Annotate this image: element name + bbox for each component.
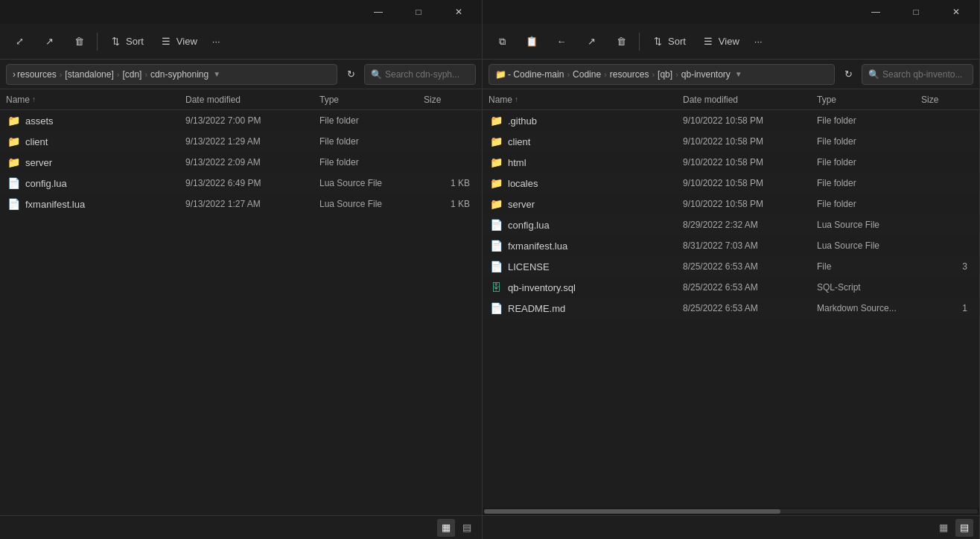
left-expand-button[interactable]: ⤢ (6, 28, 33, 55)
file-date: 9/10/2022 10:58 PM (683, 136, 817, 147)
left-more-button[interactable]: ··· (206, 28, 226, 55)
right-refresh-button[interactable]: ↻ (838, 64, 859, 85)
folder-icon: 📁 (489, 197, 503, 211)
left-address-bar: › resources › [standalone] › [cdn] › cdn… (0, 60, 482, 89)
right-share-button[interactable]: ↗ (578, 28, 605, 55)
breadcrumb-item-3[interactable]: [cdn] (122, 69, 141, 80)
left-maximize-button[interactable]: □ (401, 0, 436, 24)
view-icon-right: ☰ (701, 34, 716, 49)
breadcrumb-item-4[interactable]: cdn-syphoning (150, 69, 209, 80)
right-close-button[interactable]: ✕ (939, 0, 973, 24)
left-close-button[interactable]: ✕ (442, 0, 476, 24)
left-col-date[interactable]: Date modified (185, 95, 319, 105)
right-back-button[interactable]: ← (548, 28, 575, 55)
right-view-button[interactable]: ☰ View (695, 28, 745, 55)
left-grid-view-button[interactable]: ▦ (437, 519, 455, 537)
right-minimize-button[interactable]: — (859, 0, 893, 24)
table-row[interactable]: 📁 html 9/10/2022 10:58 PM File folder (483, 152, 979, 173)
table-row[interactable]: 📁 .github 9/10/2022 10:58 PM File folder (483, 110, 979, 131)
left-title-bar: — □ ✕ (0, 0, 482, 24)
left-view-button[interactable]: ☰ View (153, 28, 203, 55)
right-breadcrumb[interactable]: 📁 - Codine-main › Codine › resources › [… (489, 64, 835, 85)
table-row[interactable]: 📄 fxmanifest.lua 8/31/2022 7:03 AM Lua S… (483, 235, 979, 256)
view-icon: ☰ (159, 34, 174, 49)
table-row[interactable]: 📄 LICENSE 8/25/2022 6:53 AM File 3 (483, 256, 979, 277)
file-icon: 📄 (489, 301, 503, 316)
right-col-name[interactable]: Name ↑ (489, 95, 683, 105)
table-row[interactable]: 📄 config.lua 9/13/2022 6:49 PM Lua Sourc… (0, 173, 482, 194)
folder-icon: 📁 (489, 176, 503, 191)
breadcrumb-item-1[interactable]: resources (17, 69, 57, 80)
table-row[interactable]: 📁 client 9/10/2022 10:58 PM File folder (483, 131, 979, 152)
right-sort-button[interactable]: ⇅ Sort (644, 28, 692, 55)
table-row[interactable]: 📁 client 9/13/2022 1:29 AM File folder (0, 131, 482, 152)
scrollbar-track (484, 509, 978, 514)
lua-icon: 📄 (489, 238, 503, 253)
right-file-list: 📁 .github 9/10/2022 10:58 PM File folder… (483, 110, 979, 508)
table-row[interactable]: 📁 server 9/10/2022 10:58 PM File folder (483, 194, 979, 214)
left-refresh-button[interactable]: ↻ (340, 64, 361, 85)
file-type: Lua Source File (817, 220, 921, 230)
table-row[interactable]: 📁 locales 9/10/2022 10:58 PM File folder (483, 173, 979, 194)
left-minimize-button[interactable]: — (361, 0, 395, 24)
right-col-date[interactable]: Date modified (683, 95, 817, 105)
right-more-button[interactable]: ··· (748, 28, 769, 55)
file-date: 9/10/2022 10:58 PM (683, 115, 817, 126)
right-paste-button[interactable]: 📋 (518, 28, 545, 55)
left-col-name[interactable]: Name ↑ (6, 95, 185, 105)
table-row[interactable]: 📁 assets 9/13/2022 7:00 PM File folder (0, 110, 482, 131)
right-address-bar: 📁 - Codine-main › Codine › resources › [… (483, 60, 979, 89)
delete-icon: 🗑 (71, 34, 86, 49)
table-row[interactable]: 📄 config.lua 8/29/2022 2:32 AM Lua Sourc… (483, 214, 979, 235)
file-name: config.lua (25, 178, 185, 189)
left-sort-button[interactable]: ⇅ Sort (102, 28, 150, 55)
table-row[interactable]: 📄 fxmanifest.lua 9/13/2022 1:27 AM Lua S… (0, 194, 482, 214)
right-col-type[interactable]: Type (817, 95, 921, 105)
right-col-size[interactable]: Size (921, 95, 973, 105)
left-share-button[interactable]: ↗ (36, 28, 63, 55)
file-type: Lua Source File (319, 178, 424, 188)
left-breadcrumb[interactable]: › resources › [standalone] › [cdn] › cdn… (6, 64, 337, 85)
right-copy-button[interactable]: ⧉ (489, 28, 515, 55)
breadcrumb-item-2[interactable]: [standalone] (65, 69, 113, 80)
right-search-box[interactable]: 🔍 (862, 64, 973, 85)
breadcrumb-qb-inventory[interactable]: qb-inventory (681, 69, 731, 80)
left-list-view-button[interactable]: ▤ (458, 519, 476, 537)
left-col-type[interactable]: Type (319, 95, 424, 105)
left-delete-button[interactable]: 🗑 (66, 28, 92, 55)
breadcrumb-item-0[interactable]: › (13, 69, 16, 80)
file-type: File folder (319, 157, 424, 168)
file-name: .github (508, 115, 683, 127)
delete-icon-right: 🗑 (614, 34, 629, 49)
right-grid-view-button[interactable]: ▦ (935, 519, 952, 537)
table-row[interactable]: 📁 server 9/13/2022 2:09 AM File folder (0, 152, 482, 173)
breadcrumb-codine[interactable]: Codine (573, 69, 601, 80)
more-icon: ··· (212, 36, 220, 47)
right-horizontal-scrollbar[interactable] (483, 508, 979, 515)
breadcrumb-resources[interactable]: resources (610, 69, 649, 80)
sort-icon-right: ⇅ (650, 34, 665, 49)
right-maximize-button[interactable]: □ (899, 0, 933, 24)
left-col-size[interactable]: Size (424, 95, 476, 105)
breadcrumb-qb[interactable]: [qb] (658, 69, 672, 80)
lua-icon: 📄 (489, 217, 503, 232)
file-type: SQL-Script (817, 282, 921, 293)
lua-icon: 📄 (6, 197, 21, 211)
right-view-label: View (719, 36, 739, 47)
file-date: 9/13/2022 6:49 PM (185, 178, 319, 188)
table-row[interactable]: 🗄 qb-inventory.sql 8/25/2022 6:53 AM SQL… (483, 277, 979, 298)
file-name: fxmanifest.lua (25, 199, 185, 210)
file-size: 1 KB (424, 178, 476, 188)
sql-icon: 🗄 (489, 280, 503, 295)
right-list-view-button[interactable]: ▤ (955, 519, 973, 537)
file-name: qb-inventory.sql (508, 282, 683, 293)
right-delete-button[interactable]: 🗑 (608, 28, 634, 55)
right-search-input[interactable] (882, 69, 967, 80)
file-size: 1 (921, 303, 973, 313)
file-type: File folder (817, 136, 921, 147)
table-row[interactable]: 📄 README.md 8/25/2022 6:53 AM Markdown S… (483, 298, 979, 319)
breadcrumb-prefix[interactable]: - Codine-main (508, 69, 564, 80)
left-search-input[interactable] (385, 69, 469, 80)
left-explorer-pane: — □ ✕ ⤢ ↗ 🗑 ⇅ Sort ☰ View ··· › resource… (0, 0, 483, 539)
left-search-box[interactable]: 🔍 (364, 64, 476, 85)
